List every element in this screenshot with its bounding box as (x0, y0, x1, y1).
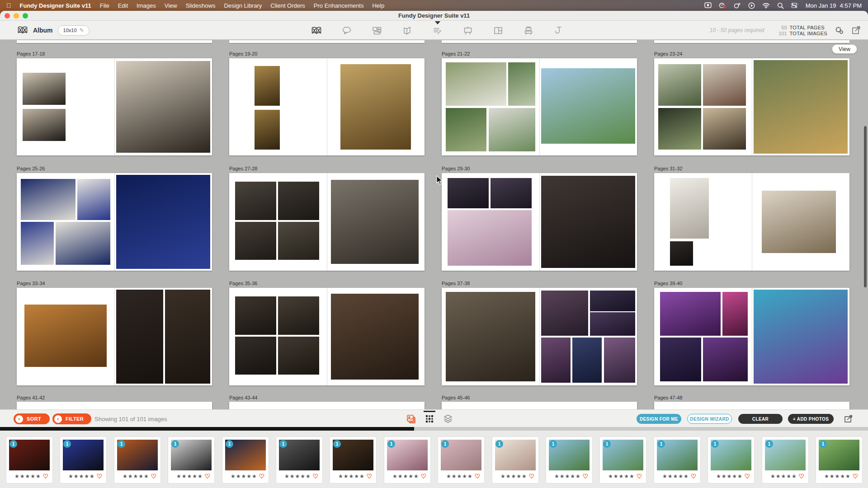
star-rating[interactable]: ★★★★★ (500, 473, 527, 479)
album-spread[interactable] (17, 288, 212, 385)
filmstrip-thumbnail[interactable]: 1★★★★★♡ (654, 436, 701, 483)
filmstrip-thumbnail[interactable]: 1★★★★★♡ (438, 436, 485, 483)
album-spread[interactable] (229, 288, 425, 385)
star-rating[interactable]: ★★★★★ (338, 473, 365, 479)
star-rating[interactable]: ★★★★★ (554, 473, 581, 479)
wall-art-frame-icon[interactable] (492, 24, 505, 37)
album-size-pill[interactable]: 10x10 ✎ (58, 25, 90, 36)
add-photos-button[interactable]: + ADD PHOTOS (788, 414, 834, 424)
menu-item-slideshows[interactable]: Slideshows (186, 2, 216, 9)
menu-item-design-library[interactable]: Design Library (224, 2, 262, 9)
filmstrip-thumbnail[interactable]: 1★★★★★♡ (492, 436, 539, 483)
send-to-album-icon[interactable] (843, 413, 854, 425)
favorite-heart-icon[interactable]: ♡ (259, 473, 264, 480)
filmstrip-thumbnail[interactable]: 1★★★★★♡ (222, 436, 269, 483)
album-builder-icon[interactable] (310, 24, 323, 37)
favorite-heart-icon[interactable]: ♡ (528, 473, 534, 480)
star-rating[interactable]: ★★★★★ (68, 473, 95, 479)
star-rating[interactable]: ★★★★★ (284, 473, 311, 479)
flip-book-icon[interactable] (401, 24, 414, 37)
menu-item-view[interactable]: View (165, 2, 177, 9)
filmstrip-thumbnail[interactable]: 1★★★★★♡ (276, 436, 323, 483)
star-rating[interactable]: ★★★★★ (662, 473, 689, 479)
filmstrip-thumbnail[interactable]: 1★★★★★♡ (762, 436, 809, 483)
filmstrip-thumbnail[interactable]: 1★★★★★♡ (384, 436, 431, 483)
album-spread[interactable] (654, 58, 849, 155)
filmstrip-thumbnail[interactable]: 1★★★★★♡ (546, 436, 593, 483)
favorite-heart-icon[interactable]: ♡ (42, 473, 48, 480)
favorite-heart-icon[interactable]: ♡ (96, 473, 102, 480)
favorite-heart-icon[interactable]: ♡ (151, 473, 156, 480)
favorite-heart-icon[interactable]: ♡ (474, 473, 480, 480)
album-spread[interactable] (17, 58, 212, 155)
filmstrip-scrollbar-thumb[interactable] (0, 427, 414, 431)
album-spread[interactable] (654, 288, 849, 385)
star-rating[interactable]: ★★★★★ (392, 473, 419, 479)
layers-icon[interactable] (442, 413, 454, 425)
menubar-clock[interactable]: Mon Jan 19 4:57 PM (806, 2, 862, 9)
star-rating[interactable]: ★★★★★ (770, 473, 797, 479)
album-spread[interactable] (17, 173, 212, 271)
favorite-heart-icon[interactable]: ♡ (636, 473, 642, 480)
favorite-heart-icon[interactable]: ♡ (582, 473, 588, 480)
favorite-heart-icon[interactable]: ♡ (204, 473, 210, 480)
album-spread[interactable] (654, 402, 849, 409)
search-icon[interactable] (777, 2, 784, 9)
menu-item-edit[interactable]: Edit (118, 2, 128, 9)
menu-item-images[interactable]: Images (137, 2, 156, 9)
favorite-heart-icon[interactable]: ♡ (744, 473, 750, 480)
sort-button[interactable]: ‹ SORT (14, 413, 50, 424)
gallery-collage-icon[interactable] (371, 24, 383, 37)
apple-menu-icon[interactable]:  (6, 2, 11, 9)
filmstrip-thumbnail[interactable]: 1★★★★★♡ (816, 436, 863, 483)
album-spread[interactable] (229, 58, 425, 155)
control-center-icon[interactable] (791, 2, 799, 9)
hanging-hook-icon[interactable] (552, 24, 565, 37)
menu-item-file[interactable]: File (100, 2, 109, 9)
album-spread[interactable] (442, 173, 637, 271)
favorite-heart-icon[interactable]: ♡ (312, 473, 318, 480)
filmstrip-scrollbar-track[interactable] (0, 427, 868, 431)
menu-item-pro-enhancements[interactable]: Pro Enhancements (314, 2, 364, 9)
favorite-heart-icon[interactable]: ♡ (420, 473, 426, 480)
wifi-icon[interactable] (762, 2, 770, 9)
open-external-icon[interactable] (851, 25, 862, 36)
album-spread[interactable] (442, 58, 637, 155)
app-menu-name[interactable]: Fundy Designer Suite v11 (20, 2, 91, 9)
design-wizard-button[interactable]: DESIGN WIZARD (687, 414, 732, 424)
album-spread[interactable] (17, 402, 212, 409)
album-spread[interactable] (442, 288, 637, 385)
star-rating[interactable]: ★★★★★ (231, 473, 257, 479)
menu-item-help[interactable]: Help (372, 2, 384, 9)
retouch-list-icon[interactable] (431, 24, 444, 37)
camera-active-icon[interactable] (719, 2, 726, 9)
filmstrip-thumbnail[interactable]: 1★★★★★♡ (60, 436, 107, 483)
slideshow-easel-icon[interactable] (462, 24, 474, 37)
clear-button[interactable]: CLEAR (738, 414, 783, 424)
star-rating[interactable]: ★★★★★ (608, 473, 635, 479)
favorite-heart-icon[interactable]: ♡ (852, 473, 858, 480)
degree-ring-icon[interactable] (733, 2, 741, 9)
design-proofer-icon[interactable] (340, 24, 353, 37)
photo-stack-icon[interactable] (405, 413, 417, 425)
filmstrip-thumbnail[interactable]: 1★★★★★♡ (330, 436, 377, 483)
screen-mirror-icon[interactable] (704, 2, 712, 9)
filmstrip-thumbnail[interactable]: 1★★★★★♡ (599, 436, 646, 483)
star-rating[interactable]: ★★★★★ (446, 473, 473, 479)
filmstrip-thumbnail[interactable]: 1★★★★★♡ (6, 436, 53, 483)
filmstrip-thumbnail[interactable]: 1★★★★★♡ (168, 436, 215, 483)
star-rating[interactable]: ★★★★★ (123, 473, 149, 479)
album-spread[interactable] (442, 402, 637, 409)
view-button[interactable]: View (832, 44, 857, 54)
print-press-icon[interactable] (522, 24, 535, 37)
album-spread[interactable] (229, 173, 425, 271)
vertical-scrollbar[interactable] (864, 126, 867, 287)
play-circle-icon[interactable] (748, 2, 755, 9)
filter-button[interactable]: ‹ FILTER (52, 413, 91, 424)
grid-view-icon[interactable] (424, 413, 435, 425)
favorite-heart-icon[interactable]: ♡ (690, 473, 696, 480)
star-rating[interactable]: ★★★★★ (176, 473, 203, 479)
design-for-me-button[interactable]: DESIGN FOR ME (637, 414, 681, 424)
album-spread[interactable] (229, 402, 425, 409)
filmstrip-thumbnail[interactable]: 1★★★★★♡ (708, 436, 755, 483)
